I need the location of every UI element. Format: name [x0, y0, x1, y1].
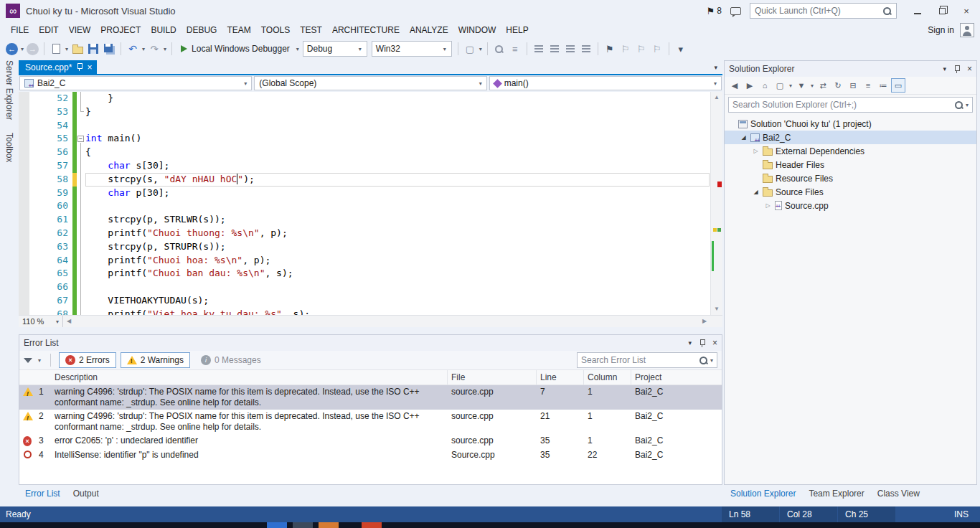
- find-in-files-button[interactable]: ≡: [507, 41, 523, 57]
- scroll-right-arrow[interactable]: ▶: [699, 316, 710, 327]
- code-line-52[interactable]: 52 }: [19, 92, 710, 105]
- column-header-line[interactable]: Line: [537, 370, 584, 385]
- window-position-dropdown[interactable]: ▾: [943, 65, 946, 72]
- properties-icon[interactable]: ≔: [876, 78, 890, 93]
- menu-window[interactable]: WINDOW: [453, 22, 501, 39]
- menu-analyze[interactable]: ANALYZE: [405, 22, 453, 39]
- error-row-4[interactable]: 4IntelliSense: identifier "p" is undefin…: [19, 448, 722, 463]
- windows-taskbar[interactable]: [0, 522, 980, 528]
- collapse-region-icon[interactable]: −: [77, 136, 84, 142]
- code-line-55[interactable]: 55−int main(): [19, 132, 710, 146]
- code-line-65[interactable]: 65 printf("Chuoi ban dau: %s\n", s);: [19, 267, 710, 280]
- quick-launch-input[interactable]: Quick Launch (Ctrl+Q): [750, 3, 897, 19]
- window-position-dropdown[interactable]: ▾: [688, 339, 692, 346]
- uncomment-button[interactable]: [578, 41, 594, 57]
- menu-test[interactable]: TEST: [295, 22, 327, 39]
- taskbar-app-1[interactable]: [267, 522, 287, 528]
- warnings-filter-button[interactable]: 2 Warnings: [121, 352, 190, 368]
- code-line-56[interactable]: 56{: [19, 146, 710, 159]
- scroll-up-arrow[interactable]: ▲: [711, 92, 722, 103]
- column-header-column[interactable]: Column: [584, 370, 631, 385]
- next-bookmark-button[interactable]: ⚐: [633, 41, 649, 57]
- tree-item-external-dependencies[interactable]: ▷External Dependencies: [725, 144, 976, 158]
- menu-debug[interactable]: DEBUG: [182, 22, 222, 39]
- scroll-left-arrow[interactable]: ◀: [63, 316, 75, 327]
- collapsed-arrow-icon[interactable]: ▷: [752, 148, 760, 154]
- error-row-2[interactable]: 2warning C4996: 'strdup': The POSIX name…: [19, 410, 722, 434]
- code-line-64[interactable]: 64 printf("Chuoi hoa: %s\n", p);: [19, 254, 710, 268]
- find-button[interactable]: [491, 41, 507, 57]
- close-icon[interactable]: ×: [87, 63, 92, 72]
- pending-changes-filter-icon[interactable]: ▼: [794, 78, 809, 93]
- code-editor[interactable]: 52 }53}5455−int main()56{57 char s[30];5…: [19, 92, 722, 315]
- open-file-button[interactable]: [70, 41, 85, 57]
- expanded-arrow-icon[interactable]: ◢: [740, 134, 748, 141]
- side-tab-toolbox[interactable]: Toolbox: [4, 133, 14, 162]
- toggle-bookmark-button[interactable]: ⚑: [602, 41, 618, 57]
- navigate-backward-button[interactable]: ←: [6, 43, 18, 55]
- messages-filter-button[interactable]: i 0 Messages: [194, 352, 268, 368]
- document-list-dropdown[interactable]: ▾: [714, 64, 722, 71]
- close-button[interactable]: ×: [954, 1, 979, 20]
- tab-solution-explorer[interactable]: Solution Explorer: [724, 485, 802, 502]
- outline-gutter[interactable]: −: [77, 132, 85, 146]
- solution-explorer-header[interactable]: Solution Explorer ▾ ×: [725, 61, 976, 77]
- menu-architecture[interactable]: ARCHITECTURE: [327, 22, 405, 39]
- navigate-backward-dropdown[interactable]: ▾: [19, 46, 25, 52]
- scope-dropdown[interactable]: (Global Scope) ▾: [254, 76, 486, 90]
- code-line-59[interactable]: 59 char p[30];: [19, 187, 710, 200]
- close-icon[interactable]: ×: [712, 338, 717, 348]
- menu-tools[interactable]: TOOLS: [256, 22, 295, 39]
- tree-item-resource-files[interactable]: Resource Files: [725, 171, 976, 185]
- menu-project[interactable]: PROJECT: [95, 22, 146, 39]
- save-all-button[interactable]: [101, 41, 117, 57]
- attach-to-process-button[interactable]: ▢: [462, 41, 478, 57]
- forward-icon[interactable]: ▶: [743, 78, 757, 93]
- tree-item-source-files[interactable]: ◢Source Files: [725, 185, 976, 199]
- horizontal-scrollbar[interactable]: ◀ ▶: [63, 316, 722, 327]
- tab-output[interactable]: Output: [67, 485, 105, 502]
- column-header-file[interactable]: File: [448, 370, 537, 385]
- menu-file[interactable]: FILE: [6, 22, 34, 39]
- code-line-53[interactable]: 53}: [19, 105, 710, 119]
- auto-hide-pin-icon[interactable]: [953, 65, 960, 74]
- pin-icon[interactable]: [76, 62, 83, 72]
- start-debugger-button[interactable]: Local Windows Debugger: [176, 40, 295, 57]
- new-file-button[interactable]: [48, 41, 64, 57]
- column-header-description[interactable]: Description: [51, 370, 448, 385]
- redo-button[interactable]: ↷: [146, 41, 162, 57]
- error-list-search-input[interactable]: Search Error List ▾: [577, 352, 717, 368]
- show-all-files-icon[interactable]: ≡: [861, 78, 875, 93]
- errors-filter-button[interactable]: × 2 Errors: [59, 352, 116, 368]
- close-icon[interactable]: ×: [967, 64, 972, 74]
- notifications-button[interactable]: ⚑ 8: [707, 6, 722, 16]
- clear-bookmarks-button[interactable]: ⚐: [649, 41, 665, 57]
- undo-dropdown[interactable]: ▾: [141, 46, 146, 52]
- decrease-indent-button[interactable]: [531, 41, 547, 57]
- member-dropdown[interactable]: main() ▾: [489, 76, 722, 90]
- menu-team[interactable]: TEAM: [222, 22, 255, 39]
- collapse-all-icon[interactable]: ⊟: [846, 78, 860, 93]
- code-line-61[interactable]: 61 strcpy(p, STRLWR(s));: [19, 213, 710, 227]
- collapsed-arrow-icon[interactable]: ▷: [764, 202, 772, 209]
- toolbar-overflow-button[interactable]: ▾: [673, 41, 689, 57]
- scroll-down-arrow[interactable]: ▼: [711, 303, 722, 315]
- taskbar-app-4[interactable]: [362, 522, 382, 528]
- increase-indent-button[interactable]: [547, 41, 562, 57]
- minimize-button[interactable]: [905, 1, 930, 20]
- code-line-54[interactable]: 54: [19, 119, 710, 133]
- vertical-scrollbar[interactable]: ▲ ▼: [710, 92, 722, 315]
- solution-platforms-combo[interactable]: Win32▾: [372, 41, 452, 57]
- code-line-58[interactable]: 58 strcpy(s, "dAY nHAU hOC");: [19, 173, 710, 187]
- error-row-3[interactable]: ×3error C2065: 'p' : undeclared identifi…: [19, 434, 722, 448]
- home-icon[interactable]: ⌂: [758, 78, 772, 93]
- tab-class-view[interactable]: Class View: [871, 485, 926, 502]
- sign-in-link[interactable]: Sign in: [928, 25, 954, 35]
- back-icon[interactable]: ◀: [727, 78, 742, 93]
- navigate-forward-button[interactable]: →: [27, 43, 39, 55]
- code-line-68[interactable]: 68 printf("Viet hoa ky tu dau: %s", s);: [19, 308, 710, 315]
- feedback-icon[interactable]: [730, 7, 741, 15]
- debug-windows-dropdown[interactable]: ▾: [478, 46, 484, 52]
- code-line-66[interactable]: 66: [19, 280, 710, 294]
- solution-explorer-search-input[interactable]: Search Solution Explorer (Ctrl+;) ▾: [728, 97, 973, 113]
